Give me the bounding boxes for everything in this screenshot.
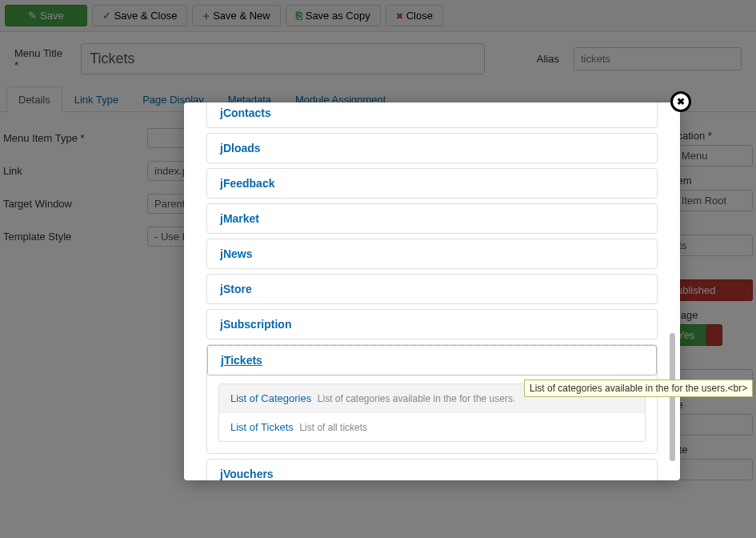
component-jnews[interactable]: jNews [207, 239, 657, 268]
view-list-of-tickets[interactable]: List of Tickets List of all tickets [219, 412, 645, 441]
component-jdloads[interactable]: jDloads [207, 134, 657, 163]
component-jtickets-panel: jTickets List of Categories List of cate… [206, 344, 658, 454]
component-jsubscription[interactable]: jSubscription [207, 310, 657, 339]
menu-item-type-modal: jContacts jDloads jFeedback jMarket jNew… [184, 102, 680, 480]
component-jcontacts[interactable]: jContacts [207, 102, 657, 127]
component-jtickets[interactable]: jTickets [207, 345, 657, 375]
modal-scrollbar[interactable] [670, 109, 675, 473]
component-jfeedback[interactable]: jFeedback [207, 169, 657, 198]
component-jmarket[interactable]: jMarket [207, 204, 657, 233]
component-jstore[interactable]: jStore [207, 275, 657, 303]
tooltip: List of categories available in the for … [524, 379, 753, 397]
view-list-of-tickets-title: List of Tickets [230, 421, 294, 433]
view-list-of-tickets-desc: List of all tickets [299, 422, 367, 433]
modal-close-button[interactable] [670, 91, 691, 112]
view-list-of-categories-desc: List of categories available in the for … [318, 393, 515, 404]
modal-scrollbar-thumb[interactable] [670, 333, 675, 461]
view-list-of-categories-title: List of Categories [230, 392, 311, 404]
component-jvouchers[interactable]: jVouchers [207, 460, 657, 480]
